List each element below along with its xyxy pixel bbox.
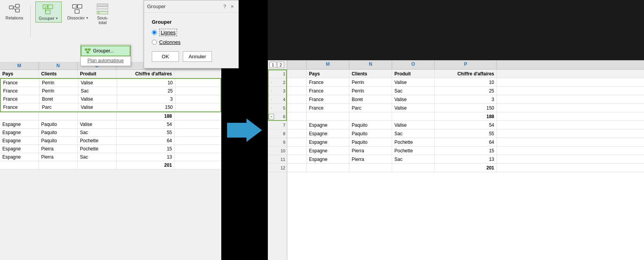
right-row-12: 201 [287,164,644,172]
left-cell-m8: Espagne [0,137,39,145]
relations-button[interactable]: Relations [3,2,26,22]
left-cell-p10: 13 [116,153,175,161]
level-btn-1[interactable]: 1 [269,62,276,68]
left-cell-p5: 188 [116,112,175,120]
grouper-label: Grouper [39,16,54,21]
left-cell-p8: 64 [116,137,175,145]
radio-colonnes[interactable] [152,40,157,45]
left-cell-o2: Sac [78,87,117,95]
right-cell-l-9 [287,138,307,147]
right-row-6: 188 [287,112,644,121]
right-cell-l-11 [287,155,307,164]
right-row-5: France Parc Valise 150 [287,104,644,112]
left-cell-produit-header: Produit [78,70,116,78]
row-indicators: 1 · 2 · 3 · 4 · 5 [268,70,287,172]
svg-rect-7 [45,10,50,14]
left-cell-o6: Valise [78,120,116,128]
grouper-icon [42,3,55,16]
right-cell-l-8 [287,129,307,138]
row-num-5: · 5 [268,104,287,112]
row-num-4: · 4 [268,95,287,104]
left-row-1: France Perrin Valise 10 [1,79,220,87]
radio-lignes-label[interactable]: Lignes [159,29,177,36]
right-cell-o-5: Valise [392,104,435,112]
right-cell-o-9: Pochette [392,138,435,147]
arrow-head [246,119,262,142]
left-col-header-n: N [39,62,78,70]
svg-rect-0 [9,6,13,9]
right-cell-p-2: 10 [435,78,497,87]
left-cell-n8: Paquito [39,137,78,145]
dialog-help-icon[interactable]: ? [223,3,226,9]
left-grouped-rows-box: France Perrin Valise 10 France Perrin Sa… [0,78,221,112]
row-num-11: 11 [268,155,287,164]
right-cell-n-6 [349,112,392,121]
row-num-12: 12 [268,164,287,172]
dialog-cancel-button[interactable]: Annuler [183,51,212,62]
right-cell-n-3: Perrin [349,87,392,95]
right-row-2: France Perrin Valise 10 [287,78,644,87]
dialog-close-button[interactable]: × [229,3,235,10]
row-num-9: 9 [268,138,287,147]
right-cell-p-10: 15 [435,147,497,155]
sous-total-button[interactable]: Σ Sous-total [94,2,111,26]
left-cell-o8: Pochette [78,137,116,145]
group-dot-2: · [271,80,272,84]
right-cell-p-4: 3 [435,95,497,104]
dialog-radio-row-lignes: Lignes [152,29,231,36]
svg-rect-2 [16,9,19,12]
level-buttons-area: 1 2 [268,60,287,70]
left-cell-o9: Pochette [78,145,116,153]
right-cell-m-9: Espagne [307,138,349,147]
left-cell-p3: 3 [117,95,175,103]
right-cell-l-12 [287,164,307,172]
dialog-body: Grouper Lignes Colonnes OK Annuler [144,13,238,68]
right-cell-n-10: Pierra [349,147,392,155]
right-cell-n-11: Pierra [349,155,392,164]
left-cell-m5 [0,112,39,120]
right-col-header-l [287,60,307,69]
right-cell-m-8: Espagne [307,129,349,138]
right-cell-p-7: 54 [435,121,497,129]
radio-colonnes-label: Colonnes [159,39,181,45]
collapse-group-button[interactable]: − [269,114,274,119]
dissocier-icon [72,3,84,16]
left-col-header-m: M [0,62,39,70]
row-num-1: 1 [268,70,287,78]
right-cell-ca-h: Chiffre d'affaires [435,70,497,78]
svg-rect-16 [75,10,79,13]
left-cell-m4: France [1,103,40,111]
left-cell-o4: Valise [78,103,117,111]
right-cell-clients-h: Clients [349,70,392,78]
right-cell-m-5: France [307,104,349,112]
grouper-button[interactable]: Grouper ▼ [35,2,62,23]
left-row-7: Espagne Paquito Sac 55 [0,129,221,137]
left-row-5: 188 [0,112,221,120]
dialog-radio-row-colonnes: Colonnes [152,39,231,45]
right-cell-n-7: Paquito [349,121,392,129]
row-num-3: · 3 [268,87,287,95]
dialog-ok-button[interactable]: OK [152,51,179,62]
left-cell-o11 [78,161,116,169]
left-cell-p7: 55 [116,129,175,136]
ribbon-separator-1 [30,5,31,37]
left-row-9: Espagne Pierra Pochette 15 [0,145,221,153]
right-cell-p-12: 201 [435,164,497,172]
left-cell-o7: Sac [78,129,116,136]
radio-lignes[interactable] [152,30,157,35]
svg-rect-15 [78,5,82,8]
dialog-title: Grouper [147,3,166,9]
dissocier-dropdown-arrow: ▼ [85,16,89,20]
right-cell-p-3: 25 [435,87,497,95]
arrow-body [227,123,246,138]
svg-line-3 [13,6,16,7]
left-cell-p1: 10 [117,79,175,87]
dissocier-button[interactable]: Dissocier ▼ [65,2,91,22]
level-btn-2[interactable]: 2 [277,62,284,68]
svg-rect-19 [97,7,108,9]
right-cell-o-8: Sac [392,129,435,138]
right-panel: 1 2 1 · 2 · 3 · [268,0,644,260]
grouper-dropdown-item1[interactable]: Grouper... [81,45,130,56]
grouper-dropdown-item2[interactable]: Plan automatique [81,56,130,65]
right-cell-o-2: Valise [392,78,435,87]
